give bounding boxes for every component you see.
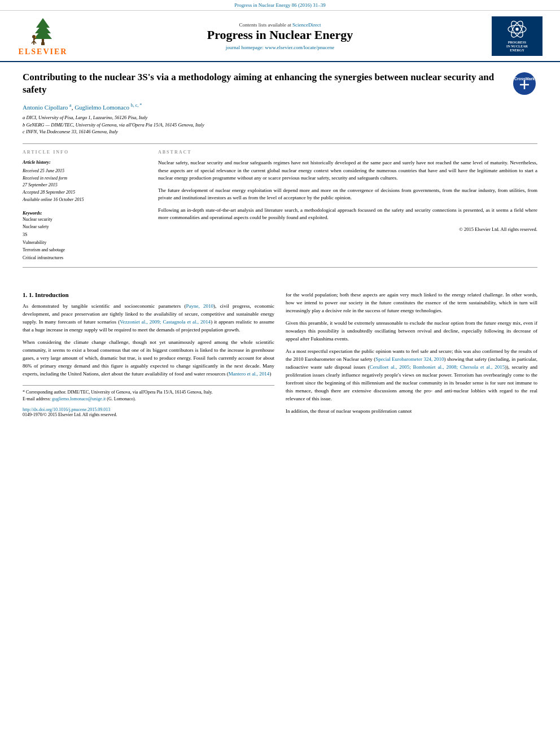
sciencedirect-link[interactable]: ScienceDirect bbox=[292, 22, 321, 28]
page-wrapper: Progress in Nuclear Energy 86 (2016) 31–… bbox=[0, 0, 560, 429]
elsevier-brand-text: ELSEVIER bbox=[19, 47, 68, 56]
affiliations-block: a DICI, University of Pisa, Largo 1, Laz… bbox=[23, 114, 537, 136]
article-content: Contributing to the nuclear 3S's via a m… bbox=[0, 62, 560, 282]
abstract-divider bbox=[23, 267, 537, 268]
keywords-label: Keywords: bbox=[23, 211, 147, 216]
article-info-label: ARTICLE INFO bbox=[23, 150, 147, 155]
keywords-section: Keywords: Nuclear security Nuclear safet… bbox=[23, 211, 147, 262]
introduction-heading: 1. 1. Introduction bbox=[23, 291, 274, 298]
affiliation-marker-bc: b, c, * bbox=[131, 103, 142, 108]
keyword-1: Nuclear safety bbox=[23, 223, 147, 231]
ref-vezzoni[interactable]: Vezzoniet al., 2009; Castagnola et al., … bbox=[120, 319, 211, 325]
sciencedirect-line: Contents lists available at ScienceDirec… bbox=[77, 22, 483, 28]
journal-citation-bar: Progress in Nuclear Energy 86 (2016) 31–… bbox=[0, 0, 560, 11]
homepage-link[interactable]: www.elsevier.com/locate/pnucene bbox=[265, 45, 334, 50]
ref-mantero[interactable]: Mantero et al., 2014 bbox=[229, 371, 270, 377]
affiliation-b: b GeNERG — DIME/TEC, University of Genov… bbox=[23, 121, 537, 129]
ref-payne[interactable]: Payne, 2010 bbox=[186, 303, 213, 309]
article-title: Contributing to the nuclear 3S's via a m… bbox=[23, 71, 537, 96]
affiliation-marker-a: a bbox=[69, 103, 72, 108]
keyword-4: Terrorism and sabotage bbox=[23, 246, 147, 254]
body-content: 1. 1. Introduction As demonstrated by ta… bbox=[0, 282, 560, 429]
abstract-copyright: © 2015 Elsevier Ltd. All rights reserved… bbox=[158, 226, 537, 232]
affiliation-a: a DICI, University of Pisa, Largo 1, Laz… bbox=[23, 114, 537, 121]
abstract-paragraph-1: The future development of nuclear energy… bbox=[158, 187, 537, 202]
history-revised-label: Received in revised form bbox=[23, 175, 147, 182]
history-accepted: Accepted 28 September 2015 bbox=[23, 189, 147, 196]
history-label: Article history: bbox=[23, 159, 147, 167]
section-title: 1. Introduction bbox=[29, 291, 69, 298]
abstract-paragraph-2: Following an in-depth state-of-the-art a… bbox=[158, 207, 537, 222]
abstract-column: ABSTRACT Nuclear safety, nuclear securit… bbox=[158, 150, 537, 261]
intro-para-1: When considering the climate change chal… bbox=[23, 339, 274, 378]
elsevier-logo-area: ELSEVIER bbox=[9, 15, 77, 56]
keywords-list: Nuclear security Nuclear safety 3S Vulne… bbox=[23, 216, 147, 262]
email-label: E-mail address: bbox=[23, 396, 51, 401]
email-suffix: (G. Lomonaco). bbox=[107, 396, 135, 401]
svg-point-11 bbox=[515, 28, 518, 30]
svg-text:CrossMark: CrossMark bbox=[514, 77, 535, 81]
article-info-column: ARTICLE INFO Article history: Received 2… bbox=[23, 150, 147, 261]
intro-para-0: As demonstrated by tangible scientific a… bbox=[23, 303, 274, 334]
intro-para-right-3: In addition, the threat of nuclear weapo… bbox=[286, 408, 537, 416]
elsevier-tree-icon bbox=[26, 15, 60, 46]
doi-line[interactable]: http://dx.doi.org/10.1016/j.pnucene.2015… bbox=[23, 407, 274, 412]
article-meta-columns: ARTICLE INFO Article history: Received 2… bbox=[23, 150, 537, 261]
author-cipollaro[interactable]: Antonio Cipollaro bbox=[23, 104, 68, 111]
section-number: 1. bbox=[23, 291, 27, 298]
journal-title-area: Contents lists available at ScienceDirec… bbox=[77, 22, 483, 50]
email-link[interactable]: gugliemo.lomonaco@unige.it bbox=[52, 396, 106, 401]
footnote-area: * Corresponding author. DIME/TEC, Univer… bbox=[23, 385, 274, 403]
history-received: Received 25 June 2015 bbox=[23, 168, 147, 175]
footnote-email-line: E-mail address: gugliemo.lomonaco@unige.… bbox=[23, 396, 274, 403]
footnote-corresponding: * Corresponding author. DIME/TEC, Univer… bbox=[23, 389, 274, 396]
body-right-column: for the world population; both these asp… bbox=[286, 291, 537, 420]
intro-para-right-0: for the world population; both these asp… bbox=[286, 291, 537, 315]
ref-eurobarometer[interactable]: Special Eurobarometer 324, 2010 bbox=[375, 356, 444, 362]
header-divider bbox=[23, 143, 537, 144]
authors-line: Antonio Cipollaro a, Guglielmo Lomonaco … bbox=[23, 103, 537, 111]
abstract-paragraph-0: Nuclear safety, nuclear security and nuc… bbox=[158, 159, 537, 182]
history-revised-date: 27 September 2015 bbox=[23, 182, 147, 189]
elsevier-logo: ELSEVIER bbox=[19, 15, 68, 56]
crossmark-badge[interactable]: CrossMark bbox=[512, 71, 537, 97]
ref-cerullo[interactable]: Cerulloet al., 2005; Bomboniet al., 2008… bbox=[370, 364, 505, 370]
keyword-5: Critical infrastructures bbox=[23, 254, 147, 262]
crossmark-icon: CrossMark bbox=[512, 71, 537, 97]
journal-name-heading: Progress in Nuclear Energy bbox=[77, 28, 483, 42]
nuclear-journal-icon: PROGRESSIN NUCLEARENERGY bbox=[492, 16, 542, 56]
nuclear-journal-label-text: PROGRESSIN NUCLEARENERGY bbox=[506, 41, 528, 53]
journal-citation-text: Progress in Nuclear Energy 86 (2016) 31–… bbox=[234, 2, 325, 8]
keyword-0: Nuclear security bbox=[23, 216, 147, 224]
history-online: Available online 16 October 2015 bbox=[23, 196, 147, 204]
article-history-block: Article history: Received 25 June 2015 R… bbox=[23, 159, 147, 204]
keyword-2: 3S bbox=[23, 231, 147, 239]
keyword-3: Vulnerability bbox=[23, 239, 147, 247]
journal-homepage-line: journal homepage: www.elsevier.com/locat… bbox=[77, 45, 483, 50]
issn-line: 0149-1970/© 2015 Elsevier Ltd. All right… bbox=[23, 412, 274, 417]
atom-icon bbox=[506, 19, 528, 39]
abstract-label: ABSTRACT bbox=[158, 150, 537, 155]
affiliation-c: c INFN, Via Dodecanese 33, 16146 Genova,… bbox=[23, 128, 537, 136]
journal-header: ELSEVIER Contents lists available at Sci… bbox=[0, 11, 560, 62]
author-lomonaco[interactable]: Guglielmo Lomonaco bbox=[75, 104, 129, 111]
intro-para-right-2: As a most respectful expectation the pub… bbox=[286, 348, 537, 403]
nuclear-journal-logo-area: PROGRESSIN NUCLEARENERGY bbox=[483, 16, 551, 56]
body-left-column: 1. 1. Introduction As demonstrated by ta… bbox=[23, 291, 274, 420]
intro-para-right-1: Given this preamble, it would be extreme… bbox=[286, 320, 537, 343]
